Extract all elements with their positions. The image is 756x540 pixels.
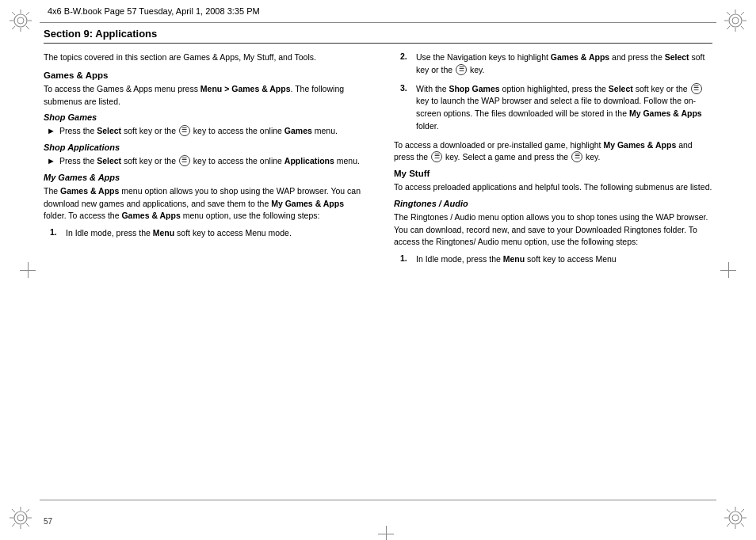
svg-line-9: [12, 26, 15, 29]
ringtones-audio-heading: Ringtones / Audio: [394, 199, 712, 208]
menu-icon: ☰: [179, 125, 190, 136]
svg-point-11: [732, 17, 739, 24]
games-apps-heading: Games & Apps: [44, 70, 362, 80]
svg-line-18: [741, 12, 744, 15]
step-3: 3. With the Shop Games option highlighte…: [394, 83, 712, 133]
shop-games-text: Press the Select soft key or the ☰ key t…: [59, 125, 338, 138]
shop-applications-heading: Shop Applications: [44, 143, 362, 152]
svg-point-10: [729, 14, 742, 27]
corner-decoration-bl: [10, 507, 32, 530]
step-1-number: 1.: [50, 227, 61, 237]
svg-point-21: [17, 515, 24, 521]
step-1-text: In Idle mode, press the Menu soft key to…: [66, 227, 292, 240]
page-header: 4x6 B-W.book Page 57 Tuesday, April 1, 2…: [48, 6, 708, 16]
ringtones-step-1: 1. In Idle mode, press the Menu soft key…: [394, 253, 712, 266]
footer-line: [40, 500, 716, 500]
step-2: 2. Use the Navigation keys to highlight …: [394, 51, 712, 77]
step-2-text: Use the Navigation keys to highlight Gam…: [416, 51, 712, 77]
page-number: 57: [44, 517, 52, 526]
corner-decoration-tr: [724, 10, 746, 33]
menu-icon-4: ☰: [691, 83, 702, 94]
ringtones-step-1-text: In Idle mode, press the Menu soft key to…: [416, 253, 617, 266]
menu-icon-6: ☰: [571, 151, 582, 162]
svg-line-19: [727, 26, 730, 29]
svg-line-26: [12, 509, 15, 512]
svg-point-1: [17, 17, 24, 24]
svg-line-8: [26, 12, 29, 15]
menu-icon-3: ☰: [456, 64, 467, 75]
svg-line-36: [727, 509, 730, 512]
left-mid-crosshair: [20, 262, 36, 278]
svg-point-20: [14, 511, 27, 524]
svg-line-29: [12, 523, 15, 527]
svg-line-39: [727, 523, 730, 527]
shop-games-heading: Shop Games: [44, 112, 362, 122]
corner-decoration-br: [724, 507, 746, 530]
svg-line-37: [741, 523, 744, 527]
right-mid-crosshair: [720, 262, 736, 278]
svg-line-28: [26, 509, 29, 512]
svg-point-31: [732, 515, 739, 521]
shop-applications-bullet: ► Press the Select soft key or the ☰ key…: [44, 155, 362, 168]
svg-point-0: [14, 14, 27, 27]
menu-icon-2: ☰: [179, 155, 190, 166]
page: 4x6 B-W.book Page 57 Tuesday, April 1, 2…: [0, 0, 756, 540]
two-columns: The topics covered in this section are G…: [44, 51, 712, 500]
section-title: Section 9: Applications: [44, 28, 712, 44]
step-2-number: 2.: [400, 51, 411, 61]
bullet-arrow-icon: ►: [47, 126, 55, 135]
games-apps-intro: To access the Games & Apps menu press Me…: [44, 83, 362, 108]
my-stuff-heading: My Stuff: [394, 169, 712, 178]
step-3-text: With the Shop Games option highlighted, …: [416, 83, 712, 133]
bullet-arrow-icon-2: ►: [47, 156, 55, 165]
content-area: Section 9: Applications The topics cover…: [44, 28, 712, 500]
svg-line-27: [26, 523, 29, 527]
my-stuff-body: To access preloaded applications and hel…: [394, 181, 712, 194]
ringtones-step-1-number: 1.: [400, 253, 411, 263]
ringtones-audio-body: The Ringtones / Audio menu option allows…: [394, 211, 712, 249]
svg-line-16: [727, 12, 730, 15]
menu-icon-5: ☰: [431, 151, 442, 162]
svg-line-17: [741, 26, 744, 29]
corner-decoration-tl: [10, 10, 32, 33]
header-text: 4x6 B-W.book Page 57 Tuesday, April 1, 2…: [48, 6, 260, 16]
svg-line-6: [12, 12, 15, 15]
svg-line-7: [26, 26, 29, 29]
right-column: 2. Use the Navigation keys to highlight …: [386, 51, 712, 500]
header-line: [40, 22, 716, 23]
intro-text: The topics covered in this section are G…: [44, 51, 362, 64]
downloaded-text: To access a downloaded or pre-installed …: [394, 139, 712, 165]
left-column: The topics covered in this section are G…: [44, 51, 370, 500]
my-games-apps-body: The Games & Apps menu option allows you …: [44, 185, 362, 222]
shop-applications-text: Press the Select soft key or the ☰ key t…: [59, 155, 360, 168]
shop-games-bullet: ► Press the Select soft key or the ☰ key…: [44, 125, 362, 138]
svg-line-38: [741, 509, 744, 512]
step-3-number: 3.: [400, 83, 411, 93]
my-games-apps-heading: My Games & Apps: [44, 173, 362, 182]
step-1: 1. In Idle mode, press the Menu soft key…: [44, 227, 362, 240]
svg-point-30: [729, 511, 742, 524]
